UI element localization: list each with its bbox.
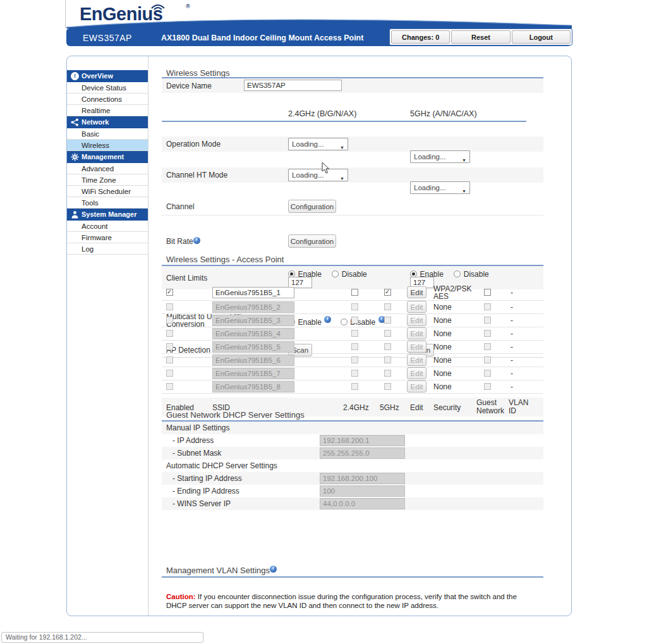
wireless-settings-title: Wireless Settings bbox=[166, 68, 229, 78]
24ghz-checkbox[interactable] bbox=[351, 317, 358, 324]
sidebar-item-connections[interactable]: Connections bbox=[67, 94, 148, 105]
enabled-checkbox[interactable] bbox=[166, 317, 173, 324]
info-icon: ! bbox=[71, 72, 79, 80]
edit-button[interactable]: Edit bbox=[407, 286, 426, 298]
dhcp-rows: Manual IP Settings - IP Address - Subnet… bbox=[162, 422, 543, 510]
ssid-input[interactable] bbox=[212, 368, 294, 379]
operation-mode-select-5[interactable]: Loading... ▼ bbox=[410, 150, 470, 163]
rule bbox=[162, 576, 543, 578]
logout-button[interactable]: Logout bbox=[512, 30, 571, 44]
col-header-vlan-id: VLAN ID bbox=[509, 399, 533, 415]
client-limits-disable-radio-5[interactable] bbox=[454, 270, 461, 277]
sidebar-item-log[interactable]: Log bbox=[67, 243, 148, 255]
ssid-input[interactable] bbox=[212, 301, 294, 313]
edit-button[interactable]: Edit bbox=[407, 354, 426, 366]
sidebar-item-wireless[interactable]: Wireless bbox=[67, 140, 148, 151]
guest-checkbox[interactable] bbox=[484, 317, 491, 324]
operation-mode-row: Operation Mode Loading... ▼ Loading... ▼ bbox=[162, 137, 543, 152]
operation-mode-select-24[interactable]: Loading... ▼ bbox=[288, 138, 348, 150]
channel-label: Channel bbox=[166, 202, 195, 211]
sidebar-group-system-manager[interactable]: System Manager bbox=[67, 209, 148, 221]
ssid-input[interactable] bbox=[212, 341, 294, 353]
disable-label: Disable bbox=[342, 270, 367, 279]
sidebar-item-device-status[interactable]: Device Status bbox=[67, 82, 148, 94]
5ghz-checkbox[interactable] bbox=[384, 343, 391, 350]
sidebar-item-time-zone[interactable]: Time Zone bbox=[67, 174, 148, 186]
starting-ip-input[interactable] bbox=[320, 473, 405, 484]
client-limits-disable-radio-24[interactable] bbox=[332, 270, 339, 277]
ip-address-input[interactable] bbox=[320, 435, 405, 446]
ssid-input[interactable] bbox=[212, 381, 294, 392]
sidebar-item-advanced[interactable]: Advanced bbox=[67, 163, 148, 174]
channel-ht-select-24[interactable]: Loading... ▼ bbox=[288, 169, 348, 181]
guest-checkbox[interactable] bbox=[484, 356, 491, 363]
caution-label: Caution: bbox=[166, 593, 196, 600]
guest-checkbox[interactable] bbox=[484, 370, 491, 377]
24ghz-checkbox[interactable] bbox=[351, 356, 358, 363]
24ghz-checkbox[interactable] bbox=[351, 370, 358, 377]
edit-button[interactable]: Edit bbox=[407, 341, 426, 353]
channel-configuration-button[interactable]: Configuration bbox=[288, 200, 336, 213]
guest-checkbox[interactable] bbox=[484, 343, 491, 350]
sidebar-item-tools[interactable]: Tools bbox=[67, 197, 148, 209]
wins-server-input[interactable] bbox=[320, 498, 405, 509]
sidebar-group-management[interactable]: Management bbox=[67, 151, 148, 163]
sidebar-item-wifi-scheduler[interactable]: WiFi Scheduler bbox=[67, 186, 148, 197]
enabled-checkbox[interactable] bbox=[166, 370, 173, 377]
sidebar-group-label: Network bbox=[82, 118, 109, 126]
5ghz-checkbox[interactable] bbox=[384, 303, 391, 310]
edit-button[interactable]: Edit bbox=[407, 327, 426, 339]
guest-checkbox[interactable] bbox=[484, 303, 491, 310]
bit-rate-configuration-button[interactable]: Configuration bbox=[288, 234, 336, 248]
edit-button[interactable]: Edit bbox=[407, 367, 426, 379]
5ghz-checkbox[interactable] bbox=[384, 330, 391, 337]
ssid-input[interactable] bbox=[212, 315, 294, 326]
24ghz-checkbox[interactable] bbox=[351, 330, 358, 337]
page: EnGenius ® EWS357AP AX1800 Dual Band Ind… bbox=[0, 0, 647, 644]
24ghz-checkbox[interactable] bbox=[351, 343, 358, 350]
enabled-checkbox[interactable] bbox=[166, 343, 173, 350]
col-header-24ghz: 2.4GHz bbox=[343, 403, 369, 412]
5ghz-checkbox[interactable] bbox=[384, 370, 391, 377]
edit-button[interactable]: Edit bbox=[407, 380, 426, 392]
wins-server-row: - WINS Server IP bbox=[162, 497, 543, 510]
edit-button[interactable]: Edit bbox=[407, 301, 426, 313]
help-icon[interactable] bbox=[270, 566, 277, 573]
vlan-value: - bbox=[511, 382, 513, 391]
device-name-input[interactable] bbox=[244, 80, 342, 91]
enabled-checkbox[interactable] bbox=[166, 289, 173, 296]
sidebar-item-basic[interactable]: Basic bbox=[67, 128, 148, 140]
reset-button[interactable]: Reset bbox=[451, 30, 510, 44]
sidebar-group-overview[interactable]: ! OverView bbox=[67, 70, 148, 82]
guest-checkbox[interactable] bbox=[484, 383, 491, 390]
enabled-checkbox[interactable] bbox=[166, 330, 173, 337]
enabled-checkbox[interactable] bbox=[166, 356, 173, 363]
dropdown-value: Loading... bbox=[414, 184, 446, 191]
sidebar-item-account[interactable]: Account bbox=[67, 221, 148, 232]
guest-checkbox[interactable] bbox=[484, 289, 491, 296]
ssid-input[interactable] bbox=[212, 328, 294, 339]
ending-ip-input[interactable] bbox=[320, 485, 405, 497]
guest-checkbox[interactable] bbox=[484, 330, 491, 337]
ssid-input[interactable] bbox=[212, 355, 294, 366]
chevron-down-icon: ▼ bbox=[462, 186, 466, 197]
changes-button[interactable]: Changes: 0 bbox=[391, 30, 450, 44]
enabled-checkbox[interactable] bbox=[166, 383, 173, 390]
24ghz-checkbox[interactable] bbox=[351, 383, 358, 390]
5ghz-checkbox[interactable] bbox=[384, 356, 391, 363]
sidebar-group-network[interactable]: Network bbox=[67, 116, 148, 128]
sidebar-item-realtime[interactable]: Realtime bbox=[67, 105, 148, 116]
5ghz-checkbox[interactable] bbox=[384, 317, 391, 324]
edit-button[interactable]: Edit bbox=[407, 314, 426, 326]
5ghz-checkbox[interactable] bbox=[384, 289, 391, 296]
channel-ht-select-5[interactable]: Loading... ▼ bbox=[410, 181, 470, 194]
5ghz-checkbox[interactable] bbox=[384, 383, 391, 390]
24ghz-checkbox[interactable] bbox=[351, 289, 358, 296]
24ghz-checkbox[interactable] bbox=[351, 303, 358, 310]
help-icon[interactable] bbox=[193, 237, 200, 244]
gear-icon bbox=[71, 153, 79, 161]
enabled-checkbox[interactable] bbox=[166, 303, 173, 310]
sidebar-item-firmware[interactable]: Firmware bbox=[67, 232, 148, 243]
subnet-mask-input[interactable] bbox=[320, 447, 405, 459]
ssid-input[interactable] bbox=[212, 287, 294, 298]
